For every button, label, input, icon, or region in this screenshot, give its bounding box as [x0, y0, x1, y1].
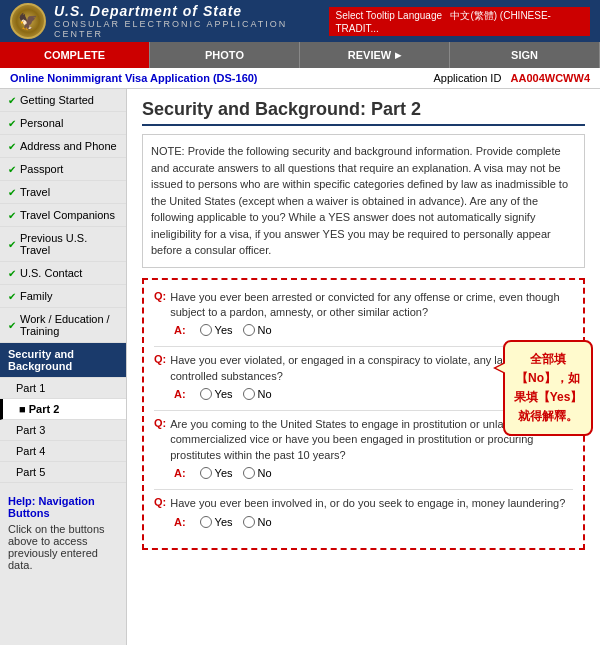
agency-seal: 🦅: [10, 3, 46, 39]
q2-no[interactable]: No: [243, 388, 272, 400]
radio-icon: [200, 324, 212, 336]
radio-icon: [243, 516, 255, 528]
a2-label: A:: [174, 388, 186, 400]
help-title: Help: Navigation Buttons: [8, 495, 118, 519]
radio-icon: [200, 388, 212, 400]
check-icon: ✔: [8, 268, 16, 279]
check-icon: ✔: [8, 210, 16, 221]
q4-no[interactable]: No: [243, 516, 272, 528]
sidebar-item-travel[interactable]: ✔ Travel: [0, 181, 126, 204]
tab-review[interactable]: REVIEW ▶: [300, 42, 450, 68]
q2-yes[interactable]: Yes: [200, 388, 233, 400]
check-icon: ✔: [8, 141, 16, 152]
check-icon: ✔: [8, 95, 16, 106]
language-selector[interactable]: Select Tooltip Language 中文(繁體) (CHINESE-…: [329, 7, 590, 36]
sidebar-item-previous-us-travel[interactable]: ✔ Previous U.S. Travel: [0, 227, 126, 262]
a3-label: A:: [174, 467, 186, 479]
q4-yes[interactable]: Yes: [200, 516, 233, 528]
q3-label: Q:: [154, 417, 166, 463]
question-1: Q: Have you ever been arrested or convic…: [154, 290, 573, 337]
page-title: Security and Background: Part 2: [142, 99, 585, 126]
q2-label: Q:: [154, 353, 166, 384]
review-arrow-icon: ▶: [395, 51, 401, 60]
tab-complete[interactable]: COMPLETE: [0, 42, 150, 68]
sidebar-item-travel-companions[interactable]: ✔ Travel Companions: [0, 204, 126, 227]
q1-label: Q:: [154, 290, 166, 321]
a1-label: A:: [174, 324, 186, 336]
sidebar-item-work-education[interactable]: ✔ Work / Education / Training: [0, 308, 126, 343]
q4-text: Have you ever been involved in, or do yo…: [170, 496, 565, 511]
check-icon: ✔: [8, 291, 16, 302]
tab-photo[interactable]: PHOTO: [150, 42, 300, 68]
divider: [154, 489, 573, 490]
q1-text: Have you ever been arrested or convicted…: [170, 290, 573, 321]
agency-title: U.S. Department of State CONSULAR ELECTR…: [54, 3, 329, 39]
note-box: NOTE: Provide the following security and…: [142, 134, 585, 268]
check-icon: ✔: [8, 320, 16, 331]
sidebar-sub-part3[interactable]: Part 3: [0, 420, 126, 441]
seal-icon: 🦅: [18, 12, 38, 31]
radio-icon: [200, 516, 212, 528]
agency-name: U.S. Department of State: [54, 3, 329, 19]
sidebar-sub-part5[interactable]: Part 5: [0, 462, 126, 483]
q1-no[interactable]: No: [243, 324, 272, 336]
form-name: Online Nonimmigrant Visa Application (DS…: [10, 72, 258, 84]
app-id-label: Application ID: [434, 72, 502, 84]
q3-yes[interactable]: Yes: [200, 467, 233, 479]
tab-sign[interactable]: SIGN: [450, 42, 600, 68]
questions-box: Q: Have you ever been arrested or convic…: [142, 278, 585, 550]
sidebar-item-family[interactable]: ✔ Family: [0, 285, 126, 308]
app-id-value: AA004WCWW4: [511, 72, 590, 84]
q4-label: Q:: [154, 496, 166, 511]
a4-label: A:: [174, 516, 186, 528]
sidebar-sub-part4[interactable]: Part 4: [0, 441, 126, 462]
check-icon: ✔: [8, 239, 16, 250]
check-icon: ✔: [8, 164, 16, 175]
page-header: 🦅 U.S. Department of State CONSULAR ELEC…: [0, 0, 600, 42]
sidebar-item-address-phone[interactable]: ✔ Address and Phone: [0, 135, 126, 158]
sidebar-item-us-contact[interactable]: ✔ U.S. Contact: [0, 262, 126, 285]
q3-no[interactable]: No: [243, 467, 272, 479]
check-icon: ✔: [8, 187, 16, 198]
main-layout: ✔ Getting Started ✔ Personal ✔ Address a…: [0, 89, 600, 645]
main-content: Security and Background: Part 2 NOTE: Pr…: [127, 89, 600, 645]
help-text: Click on the buttons above to access pre…: [8, 523, 118, 571]
radio-icon: [243, 324, 255, 336]
sidebar-help: Help: Navigation Buttons Click on the bu…: [0, 487, 126, 579]
radio-icon: [243, 467, 255, 479]
sidebar-sub-part2[interactable]: ■ Part 2: [0, 399, 126, 420]
tooltip-bubble: 全部填 【No】，如 果填【Yes】 就得解釋。: [503, 340, 593, 437]
app-id-section: Application ID AA004WCWW4: [434, 72, 591, 84]
sidebar-sub-part1[interactable]: Part 1: [0, 378, 126, 399]
sidebar-item-security-background[interactable]: Security and Background: [0, 343, 126, 378]
radio-icon: [243, 388, 255, 400]
sidebar-item-personal[interactable]: ✔ Personal: [0, 112, 126, 135]
sidebar-item-passport[interactable]: ✔ Passport: [0, 158, 126, 181]
nav-tabs: COMPLETE PHOTO REVIEW ▶ SIGN: [0, 42, 600, 68]
question-4: Q: Have you ever been involved in, or do…: [154, 496, 573, 527]
q1-yes[interactable]: Yes: [200, 324, 233, 336]
check-icon: ✔: [8, 118, 16, 129]
agency-center: CONSULAR ELECTRONIC APPLICATION CENTER: [54, 19, 329, 39]
sidebar-item-getting-started[interactable]: ✔ Getting Started: [0, 89, 126, 112]
lang-label: Select Tooltip Language: [335, 10, 442, 21]
app-bar: Online Nonimmigrant Visa Application (DS…: [0, 68, 600, 89]
radio-icon: [200, 467, 212, 479]
sidebar: ✔ Getting Started ✔ Personal ✔ Address a…: [0, 89, 127, 645]
